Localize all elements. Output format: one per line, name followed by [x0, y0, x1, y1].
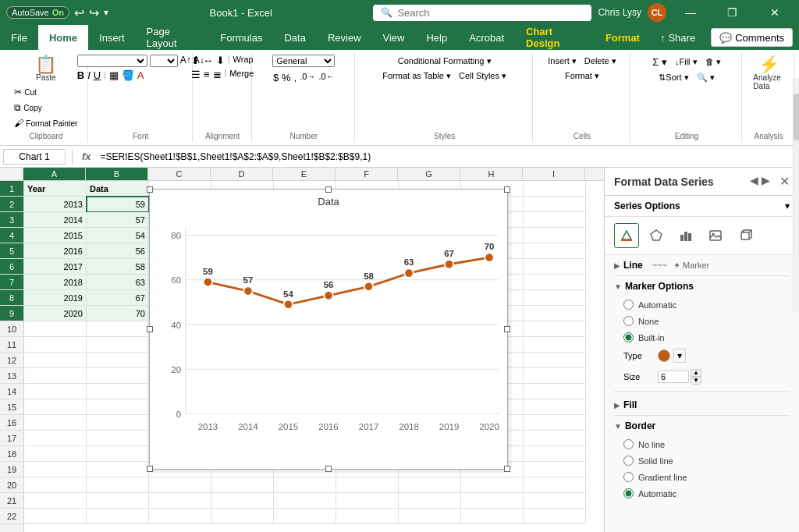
undo-icon[interactable]: ↩ [74, 5, 84, 20]
chart-marker-2016[interactable] [324, 291, 332, 300]
cut-button[interactable]: ✂Cut [11, 85, 80, 99]
chart-marker-2017[interactable] [364, 282, 373, 291]
copy-button[interactable]: ⧉Copy [11, 101, 80, 115]
restore-button[interactable]: ❐ [715, 0, 751, 25]
panel-back-icon[interactable]: ◀ [750, 174, 758, 189]
paste-button[interactable]: 📋 Paste [32, 55, 60, 83]
decrease-decimal-icon[interactable]: .0← [318, 72, 334, 83]
corner-cell[interactable] [0, 168, 23, 180]
cell-i2[interactable] [524, 197, 586, 212]
sort-button[interactable]: ⇅Sort ▾ [655, 71, 691, 84]
row-header-1[interactable]: 1 [0, 181, 23, 197]
format-cells-button[interactable]: Format ▾ [562, 69, 602, 83]
clear-button[interactable]: 🗑 ▾ [702, 55, 724, 69]
redo-icon[interactable]: ↪ [89, 5, 99, 20]
comments-button[interactable]: 💬 Comments [711, 28, 793, 47]
comma-icon[interactable]: , [294, 72, 297, 83]
resize-handle-tm[interactable] [325, 186, 332, 193]
row-header-13[interactable]: 13 [0, 368, 23, 384]
align-middle-icon[interactable]: ↔ [203, 55, 213, 66]
cell-a2[interactable]: 2013 [24, 197, 87, 212]
cell-b6[interactable]: 58 [87, 259, 149, 275]
row-header-3[interactable]: 3 [0, 212, 23, 228]
panel-forward-icon[interactable]: ▶ [762, 174, 770, 189]
cell-b5[interactable]: 56 [87, 243, 149, 259]
col-header-f[interactable]: F [336, 168, 398, 180]
format-as-table-button[interactable]: Format as Table ▾ [379, 69, 454, 83]
col-header-a[interactable]: A [23, 168, 86, 180]
align-top-icon[interactable]: ⬆ [191, 55, 200, 66]
col-header-b[interactable]: B [86, 168, 148, 180]
resize-handle-ml[interactable] [147, 326, 153, 332]
row-header-14[interactable]: 14 [0, 384, 23, 399]
insert-cells-button[interactable]: Insert ▾ [545, 55, 580, 68]
tab-home[interactable]: Home [38, 25, 88, 50]
size-up-icon[interactable]: ▲ [691, 369, 701, 377]
align-center-icon[interactable]: ≡ [204, 69, 210, 80]
3d-icon-btn[interactable] [733, 223, 758, 248]
gradient-line-radio[interactable] [623, 472, 634, 482]
cell-b2[interactable]: 59 [87, 197, 149, 212]
autosave-toggle[interactable]: AutoSave On [6, 6, 69, 19]
automatic-border-radio[interactable] [623, 488, 634, 498]
increase-decimal-icon[interactable]: .0→ [300, 72, 315, 83]
size-down-icon[interactable]: ▼ [691, 377, 701, 385]
automatic-radio[interactable] [623, 300, 634, 310]
analyze-data-button[interactable]: ⚡ Analyze Data [750, 55, 787, 92]
italic-button[interactable]: I [87, 69, 91, 81]
align-bottom-icon[interactable]: ⬇ [216, 55, 225, 66]
chart-marker-2020[interactable] [485, 253, 493, 261]
cell-i6[interactable] [524, 259, 586, 275]
tab-review[interactable]: Review [317, 25, 372, 50]
builtin-radio[interactable] [623, 332, 634, 342]
size-spinner[interactable]: ▲ ▼ [691, 369, 701, 385]
no-line-radio[interactable] [623, 439, 634, 449]
border-section-header[interactable]: ▼ Border [605, 416, 799, 436]
cell-a5[interactable]: 2016 [24, 243, 87, 259]
none-radio-label[interactable]: None [623, 316, 659, 326]
type-dropdown-arrow[interactable]: ▾ [673, 349, 686, 363]
cell-b7[interactable]: 63 [87, 275, 149, 290]
cell-b9[interactable]: 70 [87, 306, 149, 321]
delete-cells-button[interactable]: Delete ▾ [581, 55, 620, 68]
font-size-select[interactable] [150, 55, 178, 67]
search-bar[interactable]: 🔍 [373, 5, 591, 21]
format-painter-button[interactable]: 🖌Format Painter [11, 116, 80, 130]
cell-i7[interactable] [524, 275, 586, 290]
cell-a4[interactable]: 2015 [24, 228, 87, 243]
cell-i4[interactable] [524, 228, 586, 243]
image-icon-btn[interactable] [703, 223, 728, 248]
bold-button[interactable]: B [77, 69, 84, 81]
name-box[interactable]: Chart 1 [3, 149, 66, 165]
resize-handle-bm[interactable] [325, 466, 332, 472]
col-header-g[interactable]: G [398, 168, 460, 180]
autosum-button[interactable]: Σ ▾ [649, 55, 670, 69]
tab-view[interactable]: View [372, 25, 416, 50]
minimize-button[interactable]: — [673, 0, 708, 25]
underline-button[interactable]: U [94, 69, 101, 81]
tab-format[interactable]: Format [595, 25, 651, 50]
cell-a7[interactable]: 2018 [24, 275, 87, 290]
tab-page-layout[interactable]: Page Layout [136, 25, 210, 50]
size-input[interactable] [658, 371, 689, 383]
cell-i8[interactable] [524, 290, 586, 306]
resize-handle-br[interactable] [504, 466, 510, 472]
row-header-12[interactable]: 12 [0, 353, 23, 368]
fill-color-button[interactable]: 🪣 [122, 69, 134, 81]
row-header-9[interactable]: 9 [0, 306, 23, 321]
find-button[interactable]: 🔍 ▾ [694, 71, 718, 84]
resize-handle-tl[interactable] [147, 186, 153, 193]
cell-i5[interactable] [524, 243, 586, 259]
fill-button[interactable]: ↓Fill ▾ [672, 55, 701, 69]
chart-marker-2014[interactable] [243, 286, 252, 295]
tab-chart-design[interactable]: Chart Design [515, 25, 595, 50]
cell-b8[interactable]: 67 [87, 290, 149, 306]
tab-file[interactable]: File [0, 25, 38, 50]
col-header-j[interactable]: J [585, 168, 604, 180]
fill-section-toggle[interactable]: ▶ Fill [614, 395, 790, 416]
gradient-line-label[interactable]: Gradient line [623, 472, 687, 482]
quick-access-dropdown[interactable]: ▾ [104, 7, 108, 18]
row-header-21[interactable]: 21 [0, 493, 23, 509]
col-header-d[interactable]: D [211, 168, 273, 180]
cell-i9[interactable] [524, 306, 586, 321]
